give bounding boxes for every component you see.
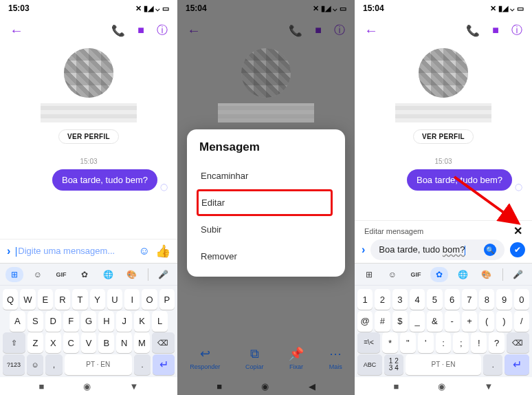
settings-icon[interactable]: ✿: [430, 267, 448, 282]
space-key[interactable]: PT · EN: [406, 354, 482, 375]
enter-key[interactable]: ↵: [505, 354, 529, 375]
opt-remove[interactable]: Remover: [199, 243, 333, 270]
translate-icon[interactable]: 🌐: [99, 267, 117, 282]
nav-back[interactable]: ▼: [485, 381, 494, 392]
sticker-icon[interactable]: ☺: [29, 267, 47, 282]
key-r[interactable]: R: [55, 289, 70, 310]
key-v[interactable]: V: [81, 332, 97, 353]
key-z[interactable]: Z: [27, 332, 43, 353]
grid-icon[interactable]: ⊞: [5, 267, 23, 282]
nav-home[interactable]: ◉: [438, 381, 445, 392]
key-?[interactable]: ?: [489, 332, 505, 353]
key-0[interactable]: 0: [514, 289, 529, 310]
key-j[interactable]: J: [116, 311, 132, 332]
opt-edit[interactable]: Editar: [197, 189, 333, 216]
call-icon[interactable]: 📞: [111, 24, 125, 37]
view-profile-button[interactable]: VER PERFIL: [58, 129, 119, 144]
abc-key[interactable]: ABC: [357, 354, 382, 375]
key-![interactable]: !: [471, 332, 487, 353]
backspace-key[interactable]: ⌫: [507, 332, 529, 353]
info-icon[interactable]: ⓘ: [334, 23, 345, 38]
nav-back[interactable]: ◀: [309, 381, 315, 392]
fraction-key[interactable]: 1 23 4: [384, 354, 403, 375]
nav-back[interactable]: ▼: [130, 381, 139, 392]
enter-key[interactable]: ↵: [153, 354, 175, 375]
mic-icon[interactable]: 🎤: [154, 267, 172, 282]
gif-button[interactable]: GIF: [407, 267, 425, 282]
symbols-key[interactable]: =\<: [357, 332, 380, 353]
call-icon[interactable]: 📞: [466, 24, 480, 37]
settings-icon[interactable]: ✿: [76, 267, 93, 282]
nav-home[interactable]: ◉: [261, 381, 269, 392]
key-5[interactable]: 5: [427, 289, 442, 310]
key-l[interactable]: L: [152, 311, 168, 332]
comma-key[interactable]: ,: [45, 354, 62, 375]
key-:[interactable]: :: [436, 332, 452, 353]
send-edit-button[interactable]: ✔: [510, 242, 525, 257]
opt-bump[interactable]: Subir: [199, 216, 333, 243]
key-b[interactable]: B: [98, 332, 114, 353]
key-$[interactable]: $: [392, 311, 408, 332]
search-in-input-icon[interactable]: 🔍: [484, 244, 496, 256]
key-;[interactable]: ;: [453, 332, 469, 353]
back-icon[interactable]: ←: [10, 23, 23, 39]
key-q[interactable]: Q: [3, 289, 18, 310]
video-icon[interactable]: ■: [315, 24, 322, 36]
nav-recent[interactable]: ■: [39, 381, 45, 392]
key-([interactable]: (: [479, 311, 494, 332]
key-*[interactable]: *: [382, 332, 398, 353]
key-y[interactable]: Y: [90, 289, 105, 310]
key-#[interactable]: #: [375, 311, 390, 332]
numeric-key[interactable]: ?123: [3, 354, 25, 375]
key-a[interactable]: A: [10, 311, 25, 332]
sticker-icon[interactable]: ☺: [384, 267, 401, 282]
key-d[interactable]: D: [45, 311, 61, 332]
key-)[interactable]: ): [496, 311, 511, 332]
key-"[interactable]: ": [400, 332, 416, 353]
key-7[interactable]: 7: [462, 289, 477, 310]
qa-more[interactable]: ⋯Mais: [329, 346, 342, 370]
key-+[interactable]: +: [462, 311, 477, 332]
call-icon[interactable]: 📞: [289, 24, 302, 37]
mic-icon[interactable]: 🎤: [509, 267, 527, 282]
sent-message[interactable]: Boa tarde, tudo bem?: [52, 169, 157, 191]
qa-reply[interactable]: ↩Responder: [190, 346, 220, 370]
key-c[interactable]: C: [63, 332, 79, 353]
key-n[interactable]: N: [116, 332, 132, 353]
expand-icon[interactable]: ›: [7, 245, 10, 257]
key-g[interactable]: G: [81, 311, 97, 332]
message-input[interactable]: Digite uma mensagem...: [16, 246, 133, 257]
info-icon[interactable]: ⓘ: [511, 23, 522, 38]
period-key[interactable]: .: [134, 354, 151, 375]
opt-forward[interactable]: Encaminhar: [199, 162, 333, 189]
key-t[interactable]: T: [72, 289, 87, 310]
key-1[interactable]: 1: [357, 289, 373, 310]
key-i[interactable]: I: [124, 289, 140, 310]
key-2[interactable]: 2: [375, 289, 390, 310]
key-p[interactable]: P: [159, 289, 175, 310]
key-4[interactable]: 4: [410, 289, 425, 310]
key-k[interactable]: K: [134, 311, 150, 332]
nav-recent[interactable]: ■: [394, 381, 399, 392]
view-profile-button[interactable]: VER PERFIL: [413, 129, 474, 144]
grid-icon[interactable]: ⊞: [360, 267, 378, 282]
space-key[interactable]: PT · EN: [65, 354, 132, 375]
key-s[interactable]: S: [27, 311, 43, 332]
key-w[interactable]: W: [20, 289, 35, 310]
key-f[interactable]: F: [63, 311, 79, 332]
key-@[interactable]: @: [357, 311, 373, 332]
info-icon[interactable]: ⓘ: [157, 23, 168, 38]
emoji-key[interactable]: ☺: [27, 354, 43, 375]
palette-icon[interactable]: 🎨: [122, 267, 140, 282]
key-o[interactable]: O: [142, 289, 157, 310]
key-u[interactable]: U: [107, 289, 122, 310]
video-icon[interactable]: ■: [137, 24, 144, 36]
key-3[interactable]: 3: [392, 289, 408, 310]
key-'[interactable]: ': [418, 332, 434, 353]
key-m[interactable]: M: [134, 332, 150, 353]
back-icon[interactable]: ←: [364, 23, 378, 39]
key-h[interactable]: H: [98, 311, 114, 332]
qa-copy[interactable]: ⧉Copiar: [245, 347, 264, 370]
nav-home[interactable]: ◉: [83, 381, 91, 392]
key-6[interactable]: 6: [445, 289, 460, 310]
